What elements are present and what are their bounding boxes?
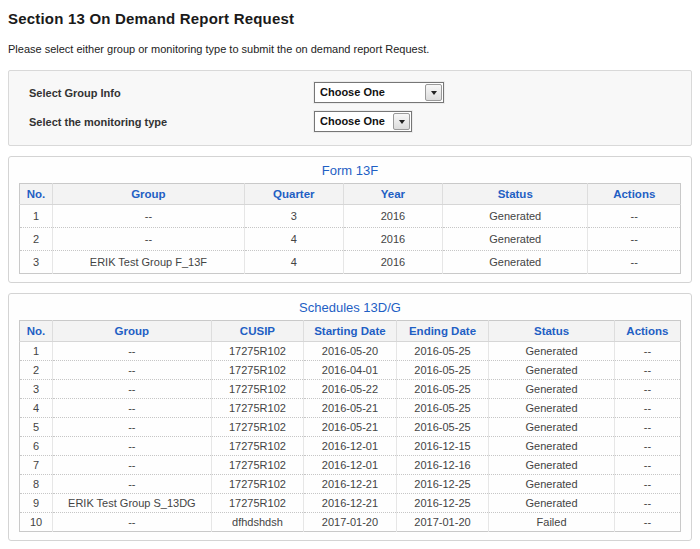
column-header-quarter: Quarter [244, 184, 343, 205]
column-header-status: Status [489, 321, 615, 342]
cell-group: -- [53, 380, 212, 399]
cell-status: Failed [489, 513, 615, 532]
cell-cusip: dfhdshdsh [211, 513, 304, 532]
cell-status: Generated [443, 205, 588, 228]
cell-cusip: 17275R102 [211, 380, 304, 399]
cell-actions: -- [614, 342, 680, 361]
cell-year: 2016 [343, 251, 442, 274]
cell-actions: -- [614, 475, 680, 494]
schedules13dg-table: No.GroupCUSIPStarting DateEnding DateSta… [19, 320, 681, 532]
cell-status: Generated [489, 361, 615, 380]
cell-cusip: 17275R102 [211, 342, 304, 361]
chevron-down-glyph [399, 120, 405, 124]
table-row: 6--17275R1022016-12-012016-12-15Generate… [20, 437, 681, 456]
cell-cusip: 17275R102 [211, 437, 304, 456]
chevron-down-icon[interactable] [425, 84, 442, 101]
cell-starting-date: 2016-12-21 [304, 494, 397, 513]
cell-status: Generated [489, 342, 615, 361]
cell-no: 1 [20, 342, 53, 361]
instruction-text: Please select either group or monitoring… [8, 43, 692, 55]
cell-status: Generated [489, 437, 615, 456]
column-header-no: No. [20, 184, 53, 205]
cell-starting-date: 2016-12-01 [304, 437, 397, 456]
cell-group: -- [53, 513, 212, 532]
cell-actions: -- [614, 399, 680, 418]
chevron-down-icon[interactable] [393, 113, 410, 130]
schedules13dg-section: Schedules 13D/G No.GroupCUSIPStarting Da… [8, 293, 692, 541]
header-row: No.GroupCUSIPStarting DateEnding DateSta… [20, 321, 681, 342]
cell-ending-date: 2016-12-16 [396, 456, 489, 475]
cell-actions: -- [614, 494, 680, 513]
cell-no: 2 [20, 228, 53, 251]
table-row: 2--42016Generated-- [20, 228, 681, 251]
group-info-row: Select Group Info Choose One [29, 78, 681, 107]
cell-group: -- [53, 361, 212, 380]
column-header-cusip: CUSIP [211, 321, 304, 342]
cell-starting-date: 2017-01-20 [304, 513, 397, 532]
cell-no: 8 [20, 475, 53, 494]
cell-group: -- [53, 228, 245, 251]
cell-actions: -- [614, 456, 680, 475]
cell-actions: -- [614, 513, 680, 532]
cell-starting-date: 2016-05-21 [304, 399, 397, 418]
form13f-table: No.GroupQuarterYearStatusActions1--32016… [19, 183, 681, 274]
column-header-year: Year [343, 184, 442, 205]
table-row: 9ERIK Test Group S_13DG17275R1022016-12-… [20, 494, 681, 513]
column-header-group: Group [53, 321, 212, 342]
cell-status: Generated [489, 475, 615, 494]
table-row: 1--17275R1022016-05-202016-05-25Generate… [20, 342, 681, 361]
form13f-section: Form 13F No.GroupQuarterYearStatusAction… [8, 156, 692, 283]
cell-actions: -- [588, 251, 681, 274]
cell-cusip: 17275R102 [211, 475, 304, 494]
cell-quarter: 3 [244, 205, 343, 228]
chevron-down-glyph [431, 91, 437, 95]
cell-starting-date: 2016-12-21 [304, 475, 397, 494]
column-header-status: Status [443, 184, 588, 205]
cell-starting-date: 2016-05-20 [304, 342, 397, 361]
cell-ending-date: 2016-12-25 [396, 475, 489, 494]
column-header-starting-date: Starting Date [304, 321, 397, 342]
table-row: 2--17275R1022016-04-012016-05-25Generate… [20, 361, 681, 380]
cell-ending-date: 2017-01-20 [396, 513, 489, 532]
cell-ending-date: 2016-05-25 [396, 361, 489, 380]
form13f-title: Form 13F [19, 161, 681, 183]
cell-group: ERIK Test Group S_13DG [53, 494, 212, 513]
group-info-select[interactable]: Choose One [314, 82, 444, 103]
table-row: 4--17275R1022016-05-212016-05-25Generate… [20, 399, 681, 418]
cell-actions: -- [588, 228, 681, 251]
cell-no: 3 [20, 380, 53, 399]
table-row: 5--17275R1022016-05-212016-05-25Generate… [20, 418, 681, 437]
group-info-label: Select Group Info [29, 87, 314, 99]
group-info-select-value: Choose One [315, 83, 424, 102]
table-row: 3ERIK Test Group F_13F42016Generated-- [20, 251, 681, 274]
cell-year: 2016 [343, 205, 442, 228]
monitoring-type-row: Select the monitoring type Choose One [29, 107, 681, 136]
cell-cusip: 17275R102 [211, 399, 304, 418]
cell-ending-date: 2016-05-25 [396, 418, 489, 437]
cell-actions: -- [614, 437, 680, 456]
column-header-group: Group [53, 184, 245, 205]
cell-cusip: 17275R102 [211, 361, 304, 380]
cell-starting-date: 2016-12-01 [304, 456, 397, 475]
cell-group: -- [53, 399, 212, 418]
cell-group: -- [53, 475, 212, 494]
cell-no: 7 [20, 456, 53, 475]
monitoring-type-select-value: Choose One [315, 112, 392, 131]
cell-cusip: 17275R102 [211, 494, 304, 513]
column-header-ending-date: Ending Date [396, 321, 489, 342]
cell-starting-date: 2016-05-21 [304, 418, 397, 437]
cell-no: 5 [20, 418, 53, 437]
cell-ending-date: 2016-12-15 [396, 437, 489, 456]
cell-group: -- [53, 418, 212, 437]
table-row: 3--17275R1022016-05-222016-05-25Generate… [20, 380, 681, 399]
cell-status: Generated [443, 228, 588, 251]
cell-no: 2 [20, 361, 53, 380]
cell-no: 3 [20, 251, 53, 274]
cell-status: Generated [489, 399, 615, 418]
cell-group: -- [53, 437, 212, 456]
cell-year: 2016 [343, 228, 442, 251]
monitoring-type-select[interactable]: Choose One [314, 111, 412, 132]
cell-ending-date: 2016-05-25 [396, 342, 489, 361]
cell-no: 9 [20, 494, 53, 513]
cell-status: Generated [489, 418, 615, 437]
